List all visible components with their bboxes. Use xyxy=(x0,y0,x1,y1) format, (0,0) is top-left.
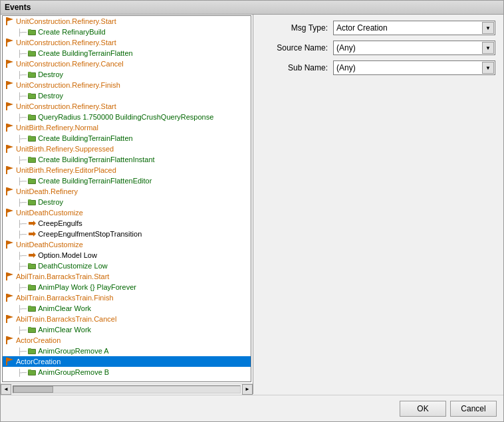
folder-icon xyxy=(27,134,37,143)
tree-item[interactable]: ├─ Destroy xyxy=(3,197,251,207)
ok-button[interactable]: OK xyxy=(400,401,446,417)
flag-icon xyxy=(5,38,15,47)
tree-item[interactable]: ├─ Option.Model Low xyxy=(3,250,251,261)
tree-item-label: Option.Model Low xyxy=(38,251,97,259)
scroll-right-btn[interactable]: ► xyxy=(242,384,253,395)
svg-marker-50 xyxy=(7,241,13,245)
arrow-icon xyxy=(27,229,37,239)
scroll-left-btn[interactable]: ◄ xyxy=(1,384,11,395)
tree-item[interactable]: ActorCreation xyxy=(3,356,251,367)
svg-marker-48 xyxy=(29,231,36,237)
tree-item-label: UnitConstruction.Refinery.Start xyxy=(16,17,116,25)
hscroll-thumb[interactable] xyxy=(13,386,53,393)
tree-item[interactable]: ├─ Destroy xyxy=(3,90,251,101)
svg-marker-51 xyxy=(29,253,36,258)
flag-icon xyxy=(5,165,15,175)
tree-item[interactable]: UnitConstruction.Refinery.Start xyxy=(3,37,251,48)
tree-item-label: UnitConstruction.Refinery.Cancel xyxy=(16,60,124,68)
svg-rect-65 xyxy=(6,315,7,323)
tree-item[interactable]: ├─ Create BuildingTerrainFlatten xyxy=(3,133,251,144)
tree-item-label: AnimGroupRemove A xyxy=(38,347,108,355)
svg-rect-5 xyxy=(6,39,7,47)
sub-name-select[interactable]: (Any) xyxy=(333,60,495,75)
tree-item[interactable]: ├─ CreepEngulfs xyxy=(3,218,251,229)
tree-item[interactable]: ├─ Destroy xyxy=(3,69,251,80)
tree-container[interactable]: UnitConstruction.Refinery.Start├─ Create… xyxy=(2,15,251,382)
window-title: Events xyxy=(5,3,31,12)
tree-item[interactable]: ├─ AnimGroupRemove B xyxy=(3,367,251,377)
svg-rect-35 xyxy=(6,166,7,174)
flag-icon xyxy=(5,240,15,249)
arrow-icon xyxy=(27,219,37,228)
flag-icon xyxy=(5,80,15,90)
tree-item[interactable]: UnitDeathCustomize xyxy=(3,207,251,218)
tree-item-label: QueryRadius 1.750000 BuildingCrushQueryR… xyxy=(38,113,213,121)
svg-marker-41 xyxy=(7,187,13,191)
tree-item-label: Destroy xyxy=(38,70,63,78)
sub-name-row: Sub Name: (Any) ▼ xyxy=(261,60,495,75)
tree-item[interactable]: ├─ AnimClear Work xyxy=(3,303,251,314)
tree-item-label: AnimClear Work xyxy=(38,326,91,334)
msg-type-row: Msg Type: Actor Creation(Any) ▼ xyxy=(261,21,495,35)
tree-item[interactable]: ├─ AnimClear Work xyxy=(3,324,251,335)
cancel-button[interactable]: Cancel xyxy=(450,401,497,417)
svg-rect-14 xyxy=(29,73,35,77)
tree-item-label: Create RefinaryBuild xyxy=(38,28,106,36)
tree-item-label: UnitConstruction.Refinery.Finish xyxy=(16,81,120,89)
tree-item[interactable]: ├─ AnimGroupRemove A xyxy=(3,346,251,356)
tree-item[interactable]: UnitConstruction.Refinery.Start xyxy=(3,16,251,27)
svg-marker-66 xyxy=(7,315,13,319)
source-name-select[interactable]: (Any) xyxy=(333,41,495,55)
left-panel: UnitConstruction.Refinery.Start├─ Create… xyxy=(1,15,253,394)
tree-item[interactable]: AbilTrain.BarracksTrain.Start xyxy=(3,271,251,282)
svg-marker-76 xyxy=(7,358,13,362)
tree-item-label: AbilTrain.BarracksTrain.Cancel xyxy=(16,315,116,323)
svg-rect-25 xyxy=(6,124,7,132)
horizontal-scrollbar[interactable]: ◄ ► xyxy=(1,383,253,394)
tree-item-label: ActorCreation xyxy=(16,358,61,366)
tree-item[interactable]: UnitConstruction.Refinery.Start xyxy=(3,101,251,112)
tree-item[interactable]: ├─ Create RefinaryBuild xyxy=(3,27,251,37)
flag-icon xyxy=(5,123,15,132)
svg-marker-47 xyxy=(29,221,36,226)
tree-item[interactable]: ├─ Create BuildingTerrainFlattenInstant xyxy=(3,154,251,165)
svg-marker-36 xyxy=(7,166,13,170)
tree-item-label: UnitBirth.Refinery.Normal xyxy=(16,124,98,132)
tree-item[interactable]: ├─ AnimPlay Work {} PlayForever xyxy=(3,282,251,292)
tree-item[interactable]: UnitDeathCustomize xyxy=(3,239,251,250)
svg-marker-61 xyxy=(7,294,13,298)
tree-item-label: AbilTrain.BarracksTrain.Start xyxy=(16,272,109,280)
hscroll-track[interactable] xyxy=(13,385,241,393)
svg-rect-55 xyxy=(6,272,7,280)
folder-icon xyxy=(27,368,37,377)
tree-item[interactable]: AbilTrain.BarracksTrain.Cancel xyxy=(3,314,251,324)
tree-item-label: AnimClear Work xyxy=(38,304,91,312)
tree-item-label: UnitBirth.Refinery.EditorPlaced xyxy=(16,166,116,174)
svg-rect-9 xyxy=(29,52,35,56)
msg-type-select[interactable]: Actor Creation(Any) xyxy=(333,21,495,35)
tree-item[interactable]: UnitConstruction.Refinery.Finish xyxy=(3,80,251,90)
tree-item[interactable]: AbilTrain.BarracksTrain.Finish xyxy=(3,292,251,303)
tree-item[interactable]: ├─ CreepEngulfmentStopTransition xyxy=(3,229,251,239)
flag-icon xyxy=(5,336,15,345)
folder-icon xyxy=(27,325,37,334)
tree-item[interactable]: ActorCreation xyxy=(3,335,251,346)
msg-type-select-wrapper: Actor Creation(Any) ▼ xyxy=(333,21,495,35)
tree-item[interactable]: UnitBirth.Refinery.Normal xyxy=(3,122,251,133)
flag-icon xyxy=(5,272,15,281)
svg-rect-69 xyxy=(29,328,35,332)
svg-rect-40 xyxy=(6,187,7,195)
flag-icon xyxy=(5,17,15,26)
tree-item-label: Create BuildingTerrainFlatten xyxy=(38,134,132,142)
svg-rect-44 xyxy=(29,201,35,205)
tree-item[interactable]: UnitBirth.Refinery.EditorPlaced xyxy=(3,165,251,175)
tree-item[interactable]: ├─ Create BuildingTerrainFlattenEditor xyxy=(3,175,251,186)
tree-item[interactable]: ├─ Create BuildingTerrainFlatten xyxy=(3,48,251,58)
tree-item[interactable]: UnitConstruction.Refinery.Cancel xyxy=(3,58,251,69)
svg-rect-29 xyxy=(29,137,35,141)
tree-item[interactable]: ├─ DeathCustomize Low xyxy=(3,261,251,271)
tree-item[interactable]: ├─ QueryRadius 1.750000 BuildingCrushQue… xyxy=(3,112,251,122)
svg-rect-4 xyxy=(29,31,35,35)
tree-item[interactable]: UnitBirth.Refinery.Suppressed xyxy=(3,144,251,154)
tree-item[interactable]: UnitDeath.Refinery xyxy=(3,186,251,197)
